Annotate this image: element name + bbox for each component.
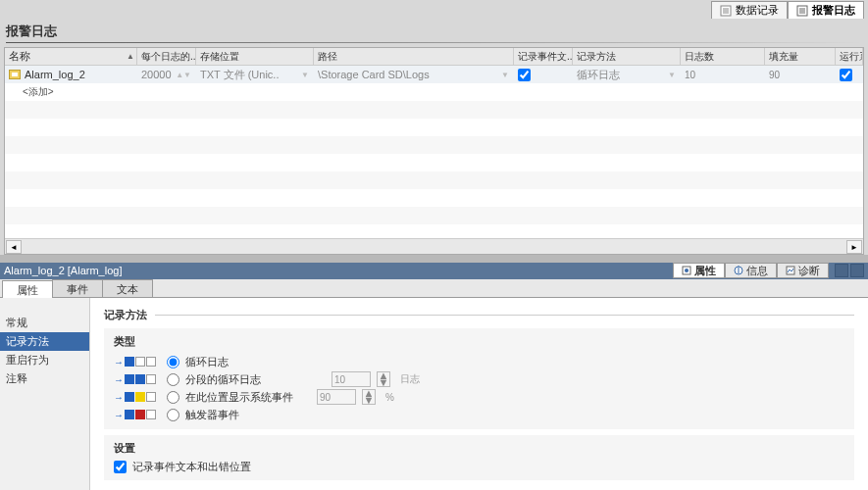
trigger-event-icon: → <box>114 408 161 421</box>
system-event-icon: → <box>114 390 161 404</box>
col-path[interactable]: 路径 <box>314 48 514 65</box>
subtab-events[interactable]: 事件 <box>52 279 103 297</box>
svg-point-3 <box>685 269 689 272</box>
scroll-left-button[interactable]: ◄ <box>6 240 22 254</box>
col-method[interactable]: 记录方法 <box>573 48 681 65</box>
radio-trigger-event[interactable] <box>167 409 179 421</box>
col-storage[interactable]: 存储位置 <box>196 48 314 65</box>
event-text-checkbox[interactable] <box>518 69 531 81</box>
segmented-log-icon: → <box>114 372 161 386</box>
circular-log-icon: → <box>114 355 161 368</box>
title-underline <box>6 42 862 43</box>
svg-text:i: i <box>738 266 740 275</box>
add-row[interactable]: <添加> <box>5 83 863 101</box>
alarm-log-grid: 名称▲ 每个日志的.. 存储位置 路径 记录事件文.. 记录方法 日志数 填充量… <box>4 47 864 255</box>
log-file-icon <box>9 70 21 79</box>
system-event-pct-input <box>317 389 356 405</box>
col-per-log[interactable]: 每个日志的.. <box>137 48 196 65</box>
properties-icon <box>682 266 691 275</box>
splitter[interactable] <box>0 255 868 263</box>
empty-row <box>5 224 863 238</box>
stepper-icon: ▲▼ <box>362 389 376 405</box>
detach-button[interactable] <box>835 264 848 277</box>
nav-comment[interactable]: 注释 <box>0 369 89 388</box>
scroll-right-button[interactable]: ► <box>846 240 862 254</box>
radio-segmented-log-label: 分段的循环日志 <box>185 372 261 387</box>
empty-row <box>5 136 863 154</box>
radio-circular-log[interactable] <box>167 356 179 368</box>
detail-area: 常规 记录方法 重启行为 注释 记录方法 类型 → 循环日志 → 分段的循环日志… <box>0 298 868 490</box>
nav-general[interactable]: 常规 <box>0 314 89 332</box>
radio-system-event[interactable] <box>167 391 179 404</box>
object-header: Alarm_log_2 [Alarm_log] 属性 i信息 诊断 <box>0 263 868 279</box>
property-nav: 常规 记录方法 重启行为 注释 <box>0 298 90 490</box>
col-log-count[interactable]: 日志数 <box>681 48 765 65</box>
collapse-button[interactable] <box>850 264 864 277</box>
segmented-unit: 日志 <box>400 372 420 386</box>
empty-row <box>5 189 863 207</box>
table-row[interactable]: Alarm_log_2 20000▲▼ TXT 文件 (Unic..▼ \Sto… <box>5 66 863 83</box>
object-title: Alarm_log_2 [Alarm_log] <box>4 265 122 276</box>
section-title: 报警日志 <box>0 19 868 40</box>
tab-alarm-log[interactable]: 报警日志 <box>788 1 864 19</box>
empty-row <box>5 207 863 224</box>
tab-diagnostics[interactable]: 诊断 <box>777 263 829 278</box>
info-icon: i <box>734 266 743 275</box>
nav-log-method[interactable]: 记录方法 <box>0 332 89 351</box>
horizontal-scrollbar[interactable]: ◄ ► <box>5 238 863 254</box>
stepper-icon[interactable]: ▲▼ <box>176 71 191 79</box>
sub-tab-bar: 属性 事件 文本 <box>0 279 868 298</box>
group-type-label: 类型 <box>114 334 844 349</box>
alarm-log-icon <box>796 5 808 17</box>
system-event-unit: % <box>385 392 394 403</box>
grid-header: 名称▲ 每个日志的.. 存储位置 路径 记录事件文.. 记录方法 日志数 填充量… <box>5 48 863 66</box>
stepper-icon: ▲▼ <box>377 371 390 387</box>
col-name[interactable]: 名称▲ <box>5 48 137 65</box>
type-group: 类型 → 循环日志 → 分段的循环日志 ▲▼ 日志 → 在此位置显示系统事件 <box>104 328 854 429</box>
tab-data-log-label: 数据记录 <box>736 3 779 18</box>
empty-row <box>5 172 863 189</box>
tab-alarm-log-label: 报警日志 <box>812 3 855 18</box>
grid-body[interactable]: Alarm_log_2 20000▲▼ TXT 文件 (Unic..▼ \Sto… <box>5 66 863 238</box>
radio-circular-log-label: 循环日志 <box>185 355 229 369</box>
col-event-text[interactable]: 记录事件文.. <box>514 48 573 65</box>
settings-group: 设置 记录事件文本和出错位置 <box>104 435 854 480</box>
empty-row <box>5 101 863 119</box>
log-event-text-label: 记录事件文本和出错位置 <box>132 460 251 474</box>
tab-properties[interactable]: 属性 <box>673 263 725 278</box>
col-fill[interactable]: 填充量 <box>765 48 836 65</box>
radio-segmented-log[interactable] <box>167 373 179 386</box>
log-event-text-checkbox[interactable] <box>114 461 127 473</box>
empty-row <box>5 119 863 136</box>
dropdown-icon[interactable]: ▼ <box>501 71 509 79</box>
empty-row <box>5 154 863 172</box>
sort-asc-icon: ▲ <box>127 52 134 61</box>
subtab-properties[interactable]: 属性 <box>2 280 53 298</box>
group-settings-label: 设置 <box>114 441 844 456</box>
subtab-text[interactable]: 文本 <box>102 279 153 297</box>
radio-trigger-event-label: 触发器事件 <box>185 408 239 422</box>
radio-system-event-label: 在此位置显示系统事件 <box>185 390 293 405</box>
segmented-count-input <box>332 371 371 387</box>
data-log-icon <box>720 5 732 17</box>
nav-restart[interactable]: 重启行为 <box>0 351 89 369</box>
diagnostics-icon <box>786 266 795 275</box>
enable-on-start-checkbox[interactable] <box>840 69 852 81</box>
detail-panel: 记录方法 类型 → 循环日志 → 分段的循环日志 ▲▼ 日志 → <box>90 298 868 490</box>
col-enable-on-start[interactable]: 运行系统启动时启用记录 <box>836 48 863 65</box>
tab-data-log[interactable]: 数据记录 <box>711 1 788 19</box>
panel-title: 记录方法 <box>104 308 147 322</box>
tab-info[interactable]: i信息 <box>725 263 777 278</box>
dropdown-icon[interactable]: ▼ <box>668 71 676 79</box>
divider <box>155 315 854 316</box>
dropdown-icon[interactable]: ▼ <box>301 71 309 79</box>
